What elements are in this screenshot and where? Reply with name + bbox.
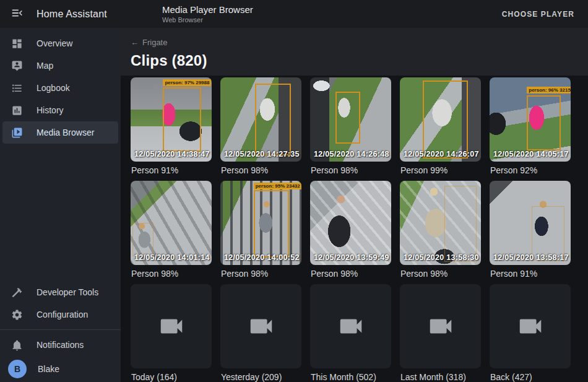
folder-card-back-427[interactable] (490, 284, 571, 368)
video-camera-icon (247, 312, 275, 341)
clip-timestamp: 12/05/2020 13:58:30 (404, 253, 479, 262)
folder-card-yesterday-209[interactable] (220, 284, 301, 368)
video-camera-icon (516, 312, 545, 341)
sidebar-item-label: Media Browser (37, 128, 94, 137)
app-title: Home Assistant (37, 9, 107, 20)
folder-label: Back (427) (490, 372, 571, 382)
top-app-bar: Home Assistant Media Player Browser Web … (0, 0, 588, 28)
avatar: B (8, 360, 27, 378)
clip-caption: Person 98% (311, 269, 391, 279)
clip-thumbnail[interactable]: 12/05/2020 14:26:07 (400, 77, 481, 162)
folder-card-this-month-502[interactable] (310, 284, 391, 368)
gear-icon (11, 308, 23, 321)
sidebar-item-label: Developer Tools (37, 287, 98, 297)
sidebar-item-label: History (37, 105, 64, 115)
bell-icon (11, 339, 23, 351)
media-browser-content: ← Frigate Clips (820) person: 97% 299881… (121, 28, 588, 382)
clip-timestamp: 12/05/2020 14:01:14 (134, 253, 210, 262)
folder-label: Today (164) (131, 372, 212, 382)
detection-box (254, 190, 290, 258)
clip-cell: person: 96% 3215412/05/2020 14:05:17Pers… (490, 77, 571, 181)
media-grid: person: 97% 2998812/05/2020 14:38:47Pers… (121, 76, 588, 382)
back-arrow-icon: ← (131, 38, 139, 47)
sidebar-header: Home Assistant (0, 0, 121, 28)
sidebar-item-history[interactable]: History (2, 99, 118, 121)
clip-cell: 12/05/2020 13:59:49Person 98% (310, 181, 391, 284)
detection-box (532, 206, 564, 261)
sidebar-item-logbook[interactable]: Logbook (2, 77, 118, 99)
clip-cell: 12/05/2020 13:58:30Person 98% (400, 181, 481, 284)
clip-cell: person: 95% 2343212/05/2020 14:00:52Pers… (220, 181, 301, 284)
sidebar-item-label: Configuration (37, 310, 88, 319)
sidebar-item-map[interactable]: Map (2, 54, 118, 77)
detection-box (423, 80, 468, 158)
sidebar-nav-list: OverviewMapLogbookHistoryMedia Browser (0, 32, 121, 144)
sidebar-item-notifications[interactable]: Notifications (2, 334, 118, 356)
dashboard-icon (11, 37, 23, 50)
user-name: Blake (38, 364, 59, 374)
clip-thumbnail[interactable]: 12/05/2020 13:58:17 (490, 181, 571, 265)
clip-caption: Person 98% (131, 269, 212, 279)
clip-thumbnail[interactable]: 12/05/2020 13:58:30 (400, 181, 481, 265)
folder-cell: This Month (502) (310, 284, 391, 382)
clip-timestamp: 12/05/2020 14:00:52 (224, 253, 300, 262)
detection-label: person: 95% 23432 (254, 183, 301, 189)
clip-thumbnail[interactable]: person: 96% 3215412/05/2020 14:05:17 (490, 77, 571, 162)
menu-open-icon (11, 6, 24, 22)
sidebar-item-media-browser[interactable]: Media Browser (2, 121, 118, 144)
logbook-list-icon (11, 82, 23, 94)
sidebar-item-label: Logbook (37, 83, 70, 93)
choose-player-button[interactable]: CHOOSE PLAYER (498, 5, 578, 24)
folder-card-last-month-318[interactable] (400, 284, 481, 368)
clip-thumbnail[interactable]: 12/05/2020 13:59:49 (310, 181, 391, 265)
clip-timestamp: 12/05/2020 14:27:35 (224, 150, 300, 158)
clip-caption: Person 91% (490, 269, 571, 279)
folder-cell: Last Month (318) (400, 284, 481, 382)
sidebar-item-configuration[interactable]: Configuration (2, 303, 118, 326)
clip-timestamp: 12/05/2020 13:59:49 (314, 253, 389, 262)
folder-cell: Back (427) (490, 284, 571, 382)
clip-caption: Person 99% (400, 165, 481, 175)
clip-caption: Person 98% (400, 269, 481, 279)
sidebar-item-label: Overview (37, 38, 72, 48)
detection-box (444, 186, 477, 261)
clip-thumbnail[interactable]: 12/05/2020 14:26:48 (310, 77, 391, 162)
clip-timestamp: 12/05/2020 13:58:17 (493, 253, 569, 262)
sidebar-item-label: Notifications (37, 340, 84, 350)
media-browser-icon (11, 126, 23, 139)
player-title: Media Player Browser (162, 4, 498, 15)
home-assistant-app: Home Assistant Media Player Browser Web … (0, 0, 588, 382)
sidebar-item-label: Map (37, 61, 53, 71)
clip-thumbnail[interactable]: person: 97% 2998812/05/2020 14:38:47 (131, 77, 212, 162)
sidebar-toggle-button[interactable] (10, 7, 25, 22)
clip-timestamp: 12/05/2020 14:05:17 (493, 150, 569, 158)
sidebar-item-developer-tools[interactable]: Developer Tools (2, 281, 118, 303)
clip-cell: person: 97% 2998812/05/2020 14:38:47Pers… (131, 77, 212, 181)
clip-caption: Person 92% (490, 165, 571, 175)
folder-card-today-164[interactable] (131, 284, 212, 368)
sidebar: OverviewMapLogbookHistoryMedia Browser D… (0, 28, 121, 382)
clip-timestamp: 12/05/2020 14:26:48 (314, 150, 389, 158)
folder-cell: Today (164) (131, 284, 212, 382)
clip-thumbnail[interactable]: 12/05/2020 14:01:14 (131, 181, 212, 265)
clip-thumbnail[interactable]: person: 95% 2343212/05/2020 14:00:52 (220, 181, 301, 265)
breadcrumb-label: Frigate (142, 38, 167, 47)
hammer-icon (11, 286, 23, 298)
clip-caption: Person 91% (131, 165, 212, 175)
folder-label: This Month (502) (311, 372, 391, 382)
clip-thumbnail[interactable]: 12/05/2020 14:27:35 (220, 77, 301, 162)
history-chart-icon (11, 104, 23, 116)
clip-cell: 12/05/2020 14:26:07Person 99% (400, 77, 481, 181)
clip-timestamp: 12/05/2020 14:38:47 (134, 150, 210, 158)
breadcrumb-back-frigate[interactable]: ← Frigate (131, 38, 167, 47)
clip-cell: 12/05/2020 14:27:35Person 98% (220, 77, 301, 181)
sidebar-item-overview[interactable]: Overview (2, 32, 118, 54)
sidebar-tools-list: Developer ToolsConfiguration (0, 281, 121, 326)
clip-timestamp: 12/05/2020 14:26:07 (404, 150, 479, 158)
video-camera-icon (157, 312, 186, 341)
sidebar-divider (0, 329, 121, 330)
content-header: ← Frigate Clips (820) (121, 28, 588, 76)
detection-box (255, 84, 291, 156)
sidebar-item-user[interactable]: B Blake (2, 356, 118, 382)
detection-box (163, 87, 201, 151)
